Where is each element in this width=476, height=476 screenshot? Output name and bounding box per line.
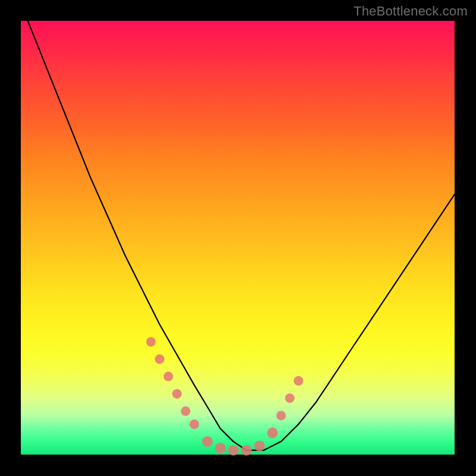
- bottleneck-curve-path: [21, 4, 455, 450]
- marker-dot: [294, 376, 303, 386]
- marker-dot: [215, 443, 226, 453]
- marker-dot: [267, 428, 278, 439]
- marker-dot: [181, 406, 190, 416]
- marker-dot: [146, 337, 156, 347]
- marker-dot: [172, 389, 181, 399]
- marker-dot: [276, 411, 286, 420]
- marker-dot: [202, 436, 213, 447]
- marker-dot: [190, 419, 199, 429]
- watermark-text: TheBottleneck.com: [353, 4, 468, 19]
- marker-dot: [164, 372, 173, 381]
- bottleneck-curve: [21, 4, 455, 450]
- marker-dot: [155, 355, 164, 364]
- marker-dot: [254, 440, 265, 451]
- plot-area: [21, 21, 455, 455]
- marker-dot: [285, 393, 295, 403]
- marker-dot: [228, 445, 239, 456]
- marker-dot: [241, 445, 252, 456]
- chart-frame: TheBottleneck.com: [0, 0, 476, 476]
- chart-svg: [21, 21, 455, 455]
- highlighted-points: [146, 337, 303, 456]
